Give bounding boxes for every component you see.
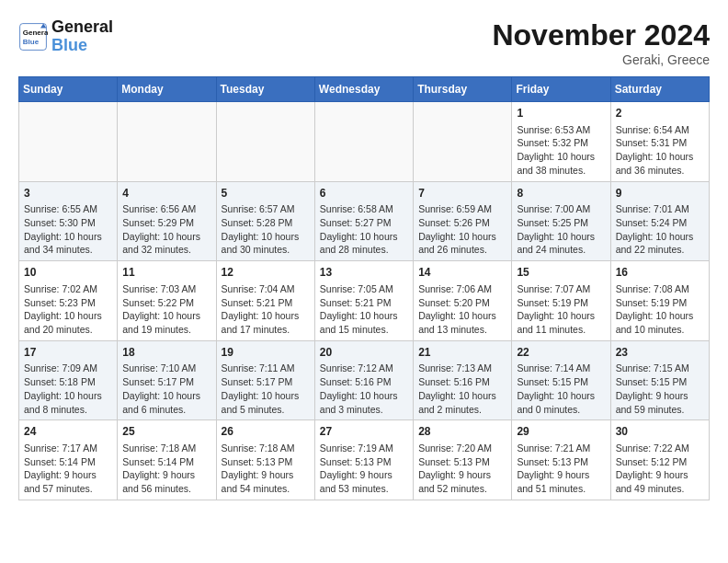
calendar-week-row: 17Sunrise: 7:09 AM Sunset: 5:18 PM Dayli… (19, 340, 710, 420)
column-header-thursday: Thursday (414, 77, 512, 102)
day-info: Sunrise: 7:03 AM Sunset: 5:22 PM Dayligh… (122, 282, 210, 337)
day-info: Sunrise: 7:11 AM Sunset: 5:17 PM Dayligh… (222, 362, 310, 416)
calendar-cell: 30Sunrise: 7:22 AM Sunset: 5:12 PM Dayli… (610, 420, 709, 500)
calendar-cell: 2Sunrise: 6:54 AM Sunset: 5:31 PM Daylig… (610, 102, 709, 182)
day-info: Sunrise: 7:09 AM Sunset: 5:18 PM Dayligh… (24, 362, 112, 416)
calendar-cell: 17Sunrise: 7:09 AM Sunset: 5:18 PM Dayli… (19, 340, 118, 420)
logo: General Blue General Blue (18, 18, 113, 55)
logo-icon: General Blue (18, 22, 48, 52)
calendar-cell: 3Sunrise: 6:55 AM Sunset: 5:30 PM Daylig… (19, 181, 118, 261)
calendar-cell: 27Sunrise: 7:19 AM Sunset: 5:13 PM Dayli… (314, 420, 413, 500)
day-number: 22 (517, 345, 605, 361)
calendar-cell (118, 102, 216, 182)
month-title: November 2024 (492, 18, 710, 52)
day-number: 15 (517, 265, 605, 281)
calendar-week-row: 3Sunrise: 6:55 AM Sunset: 5:30 PM Daylig… (19, 181, 710, 261)
calendar-cell: 10Sunrise: 7:02 AM Sunset: 5:23 PM Dayli… (19, 261, 118, 341)
day-number: 12 (222, 265, 310, 281)
day-info: Sunrise: 6:54 AM Sunset: 5:31 PM Dayligh… (616, 123, 704, 178)
day-number: 4 (122, 186, 210, 201)
calendar-cell: 5Sunrise: 6:57 AM Sunset: 5:28 PM Daylig… (216, 181, 314, 261)
calendar-cell: 14Sunrise: 7:06 AM Sunset: 5:20 PM Dayli… (414, 261, 512, 341)
column-header-sunday: Sunday (19, 77, 118, 102)
day-info: Sunrise: 6:55 AM Sunset: 5:30 PM Dayligh… (24, 202, 112, 257)
day-number: 18 (122, 345, 210, 361)
calendar-header-row: SundayMondayTuesdayWednesdayThursdayFrid… (19, 77, 710, 102)
day-info: Sunrise: 6:53 AM Sunset: 5:32 PM Dayligh… (517, 123, 605, 178)
day-number: 16 (616, 265, 704, 281)
column-header-friday: Friday (512, 77, 610, 102)
day-info: Sunrise: 7:15 AM Sunset: 5:15 PM Dayligh… (616, 362, 704, 416)
day-info: Sunrise: 7:02 AM Sunset: 5:23 PM Dayligh… (24, 282, 112, 337)
calendar-cell (414, 102, 512, 182)
day-info: Sunrise: 7:19 AM Sunset: 5:13 PM Dayligh… (320, 442, 408, 496)
calendar-cell (216, 102, 314, 182)
column-header-monday: Monday (118, 77, 216, 102)
day-info: Sunrise: 7:21 AM Sunset: 5:13 PM Dayligh… (517, 442, 605, 496)
day-info: Sunrise: 7:22 AM Sunset: 5:12 PM Dayligh… (616, 442, 704, 496)
day-info: Sunrise: 7:04 AM Sunset: 5:21 PM Dayligh… (222, 282, 310, 337)
day-info: Sunrise: 7:08 AM Sunset: 5:19 PM Dayligh… (616, 282, 704, 337)
logo-text-general: General (51, 18, 113, 37)
calendar-cell: 16Sunrise: 7:08 AM Sunset: 5:19 PM Dayli… (610, 261, 709, 341)
calendar-cell: 1Sunrise: 6:53 AM Sunset: 5:32 PM Daylig… (512, 102, 610, 182)
calendar-cell: 29Sunrise: 7:21 AM Sunset: 5:13 PM Dayli… (512, 420, 610, 500)
day-info: Sunrise: 7:14 AM Sunset: 5:15 PM Dayligh… (517, 362, 605, 416)
day-info: Sunrise: 6:58 AM Sunset: 5:27 PM Dayligh… (320, 202, 408, 257)
day-number: 8 (517, 186, 605, 201)
calendar-cell: 6Sunrise: 6:58 AM Sunset: 5:27 PM Daylig… (314, 181, 413, 261)
day-number: 25 (122, 424, 210, 440)
page-header: General Blue General Blue November 2024 … (18, 18, 710, 67)
day-number: 11 (122, 265, 210, 281)
calendar-cell (19, 102, 118, 182)
calendar-cell: 9Sunrise: 7:01 AM Sunset: 5:24 PM Daylig… (610, 181, 709, 261)
day-info: Sunrise: 7:12 AM Sunset: 5:16 PM Dayligh… (320, 362, 408, 416)
day-info: Sunrise: 7:07 AM Sunset: 5:19 PM Dayligh… (517, 282, 605, 337)
day-info: Sunrise: 7:10 AM Sunset: 5:17 PM Dayligh… (122, 362, 210, 416)
column-header-wednesday: Wednesday (314, 77, 413, 102)
calendar-week-row: 24Sunrise: 7:17 AM Sunset: 5:14 PM Dayli… (19, 420, 710, 500)
calendar-cell: 13Sunrise: 7:05 AM Sunset: 5:21 PM Dayli… (314, 261, 413, 341)
calendar-cell: 8Sunrise: 7:00 AM Sunset: 5:25 PM Daylig… (512, 181, 610, 261)
calendar-week-row: 10Sunrise: 7:02 AM Sunset: 5:23 PM Dayli… (19, 261, 710, 341)
day-number: 29 (517, 424, 605, 440)
calendar-week-row: 1Sunrise: 6:53 AM Sunset: 5:32 PM Daylig… (19, 102, 710, 182)
day-number: 9 (616, 186, 704, 201)
svg-text:Blue: Blue (23, 38, 40, 46)
day-number: 27 (320, 424, 408, 440)
column-header-tuesday: Tuesday (216, 77, 314, 102)
day-number: 13 (320, 265, 408, 281)
calendar-cell: 28Sunrise: 7:20 AM Sunset: 5:13 PM Dayli… (414, 420, 512, 500)
day-number: 5 (222, 186, 310, 201)
day-info: Sunrise: 7:20 AM Sunset: 5:13 PM Dayligh… (418, 442, 506, 496)
calendar-cell: 21Sunrise: 7:13 AM Sunset: 5:16 PM Dayli… (414, 340, 512, 420)
day-number: 28 (418, 424, 506, 440)
day-number: 23 (616, 345, 704, 361)
day-number: 30 (616, 424, 704, 440)
day-number: 14 (418, 265, 506, 281)
day-number: 19 (222, 345, 310, 361)
calendar-cell: 25Sunrise: 7:18 AM Sunset: 5:14 PM Dayli… (118, 420, 216, 500)
calendar-cell: 23Sunrise: 7:15 AM Sunset: 5:15 PM Dayli… (610, 340, 709, 420)
logo-text-blue: Blue (51, 37, 113, 55)
day-info: Sunrise: 7:01 AM Sunset: 5:24 PM Dayligh… (616, 202, 704, 257)
day-number: 20 (320, 345, 408, 361)
day-number: 26 (222, 424, 310, 440)
calendar-cell: 7Sunrise: 6:59 AM Sunset: 5:26 PM Daylig… (414, 181, 512, 261)
day-number: 10 (24, 265, 112, 281)
calendar-cell: 24Sunrise: 7:17 AM Sunset: 5:14 PM Dayli… (19, 420, 118, 500)
column-header-saturday: Saturday (610, 77, 709, 102)
day-number: 3 (24, 186, 112, 201)
calendar-cell (314, 102, 413, 182)
location: Geraki, Greece (492, 52, 710, 67)
calendar-cell: 12Sunrise: 7:04 AM Sunset: 5:21 PM Dayli… (216, 261, 314, 341)
day-info: Sunrise: 6:56 AM Sunset: 5:29 PM Dayligh… (122, 202, 210, 257)
day-number: 6 (320, 186, 408, 201)
calendar-cell: 4Sunrise: 6:56 AM Sunset: 5:29 PM Daylig… (118, 181, 216, 261)
day-info: Sunrise: 6:59 AM Sunset: 5:26 PM Dayligh… (418, 202, 506, 257)
day-info: Sunrise: 7:13 AM Sunset: 5:16 PM Dayligh… (418, 362, 506, 416)
day-info: Sunrise: 7:17 AM Sunset: 5:14 PM Dayligh… (24, 442, 112, 496)
day-number: 2 (616, 106, 704, 121)
day-info: Sunrise: 7:18 AM Sunset: 5:13 PM Dayligh… (222, 442, 310, 496)
calendar-cell: 19Sunrise: 7:11 AM Sunset: 5:17 PM Dayli… (216, 340, 314, 420)
